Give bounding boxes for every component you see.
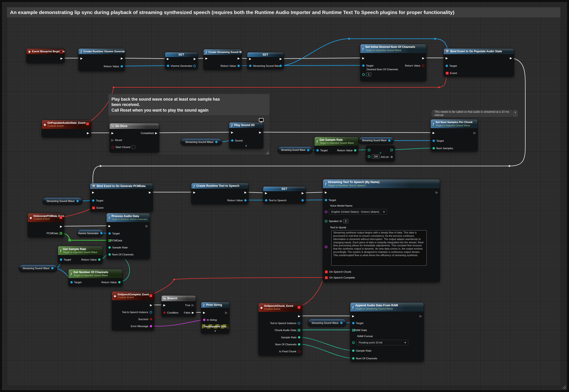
wire-string-error-instring[interactable] (151, 320, 202, 326)
node-append-audio-data-from-raw[interactable]: ƒ Append Audio Data From RAW Target is S… (350, 302, 424, 362)
exec-in-pin[interactable]: ▶ (352, 315, 354, 318)
target-pin[interactable] (92, 199, 94, 202)
reroute-dot-exec[interactable] (100, 165, 102, 167)
target-pin[interactable] (316, 149, 319, 152)
exec-out-pin[interactable]: ▶ (238, 57, 240, 60)
expand-node-chevron[interactable]: ∨ (201, 329, 229, 332)
exec-in-pin[interactable]: ▶ (111, 132, 114, 135)
node-get-sample-rate-1[interactable]: ƒ Get Sample Rate Target is Imported Sou… (314, 137, 358, 154)
exec-out-pin[interactable]: ▶ (244, 191, 247, 194)
wire-exec-setssw-setinitial[interactable] (280, 58, 363, 59)
add-pin-icon[interactable]: ⊕ (391, 155, 393, 158)
false-exec-pin[interactable]: ▶ (192, 311, 194, 314)
tts-instance-pin[interactable] (149, 311, 152, 314)
pcmdata-array-pin[interactable] (108, 239, 109, 240)
desired-num-channels-pin[interactable] (362, 73, 365, 76)
node-set-initial-desired-num-of-channels[interactable]: ƒ Set Initial Desired Num Of Channels Ta… (360, 44, 426, 81)
node-ongeneratepcmdata-event[interactable]: ◈ OnGeneratePCMData_Event Custom Event ▶… (28, 213, 64, 238)
exec-out-pin[interactable]: ▶ (510, 57, 512, 59)
bubble-comment[interactable]: This needs to be called so that audio is… (432, 110, 512, 116)
voice-model-pin[interactable] (325, 210, 327, 213)
wire-int-divide-setnumsamples[interactable] (391, 148, 434, 150)
reroute-array-pin[interactable] (68, 239, 69, 239)
node-branch[interactable]: ⇆ Branch ▶ True▷ Condition False▶ (161, 295, 196, 317)
wire-obj-settts-stts[interactable] (302, 200, 326, 200)
start-closed-checkbox[interactable] (131, 145, 135, 149)
speaker-id-pin[interactable] (325, 220, 327, 223)
variable-node-streaming-sound-wave[interactable]: Streaming Sound Wave (43, 197, 83, 205)
sample-rate-pin[interactable] (352, 350, 354, 352)
reset-exec-pin[interactable]: ▷ (111, 139, 114, 141)
target-pin[interactable] (433, 140, 435, 142)
exec-out-pin[interactable]: ▷ (420, 315, 422, 318)
exec-in-pin[interactable]: ▶ (163, 304, 165, 307)
wire-obj-setssw-setinitial[interactable] (280, 65, 363, 66)
target-pin[interactable] (362, 64, 365, 67)
chunk-audio-array-pin[interactable] (298, 329, 298, 330)
exec-in-pin[interactable]: ▶ (446, 57, 448, 59)
exec-out-pin[interactable]: ▶ (194, 57, 196, 60)
exec-in-pin[interactable]: ▶ (231, 131, 233, 134)
in-string-pin[interactable] (203, 319, 205, 321)
wire-exec-settts-stts[interactable] (302, 192, 326, 193)
exec-in-pin[interactable]: ▶ (249, 57, 251, 60)
divide-in2-pin[interactable] (368, 155, 370, 158)
exec-out-pin[interactable]: ▷ (474, 131, 476, 134)
delegate-out-pin[interactable] (297, 306, 301, 309)
voice-model-dropdown[interactable]: English (United States) - Kokoro (Adam)▾ (329, 209, 387, 215)
completed-exec-pin[interactable]: ▶ (155, 132, 157, 135)
exec-in-pin[interactable]: ▶ (203, 311, 205, 314)
output-pin[interactable] (388, 139, 391, 142)
exec-in-pin[interactable]: ▶ (265, 192, 267, 195)
node-bind-event-on-generate-pcmdata[interactable]: Bind Event to On Generate PCMData ▶ ▶ Ta… (90, 183, 153, 212)
event-delegate-pin[interactable] (446, 72, 449, 75)
delegate-out-pin[interactable] (86, 122, 89, 125)
exec-in-pin[interactable]: ▶ (167, 57, 169, 60)
bubble-pin-icon[interactable]: ◆▪ (513, 110, 518, 117)
success-pin[interactable] (150, 318, 152, 320)
node-create-runtime-text-to-speech[interactable]: ƒ Create Runtime Text to Speech ▶ ▶ Retu… (191, 183, 249, 204)
exec-in-pin[interactable]: ▶ (433, 131, 435, 134)
exec-out-pin[interactable]: ▶ (121, 57, 123, 60)
pcmdata-array-pin[interactable] (59, 232, 60, 233)
delegate-out-pin[interactable] (59, 216, 62, 219)
variable-node-streaming-sound-wave[interactable]: Streaming Sound Wave (181, 138, 222, 145)
num-channels-pin[interactable] (352, 357, 354, 360)
wire-delegate-osc-stts[interactable] (151, 278, 326, 295)
reroute-dot-object[interactable] (434, 38, 436, 40)
divide-out-pin[interactable] (390, 149, 393, 151)
target-pin[interactable] (325, 199, 327, 201)
divide-in-pin[interactable] (368, 149, 370, 151)
return-value-pin[interactable] (118, 281, 121, 283)
wire-exec-playsound-setnumsamples[interactable] (260, 132, 434, 133)
node-do-once[interactable]: ↪ Do Once ▶ Completed▶ ▷Reset Start Clos… (109, 123, 159, 153)
wire-exec-ongen-process[interactable] (61, 226, 109, 226)
raw-data-array-pin[interactable] (352, 329, 353, 330)
value-in-pin[interactable] (249, 65, 251, 67)
num-samples-pin[interactable] (433, 147, 435, 149)
variable-node-streaming-sound-wave[interactable]: Streaming Sound Wave (308, 319, 346, 327)
num-channels-pin[interactable] (298, 343, 300, 346)
target-pin[interactable] (352, 322, 354, 324)
exec-out-pin[interactable]: ▶ (259, 131, 261, 134)
value-in-pin[interactable] (265, 199, 267, 201)
exec-out-pin[interactable]: ▶ (60, 57, 63, 60)
node-print-string[interactable]: ƒ Print String ▶ ▷ In String Development… (201, 302, 230, 334)
node-process-audio-data[interactable]: ƒ Process Audio Data Target is Runtime V… (106, 213, 150, 259)
comment-resize-grip[interactable] (265, 151, 269, 154)
raw-format-pin[interactable] (352, 341, 355, 344)
exec-in-pin[interactable]: ▶ (193, 191, 195, 194)
return-value-pin[interactable] (98, 258, 101, 261)
node-create-runtime-viseme-generator[interactable]: ƒ Create Runtime Viseme Generator ▶ ▶ Re… (78, 48, 125, 71)
exec-in-pin[interactable]: ▶ (362, 57, 364, 59)
reroute-dot-exec[interactable] (509, 165, 510, 167)
playback-comment-title[interactable]: Play back the sound wave once at least o… (108, 94, 269, 116)
output-pin[interactable] (307, 149, 309, 151)
target-pin[interactable] (60, 258, 62, 261)
node-get-sample-rate-2[interactable]: ƒ Get Sample Rate Target is Imported Sou… (58, 246, 102, 264)
desired-num-channels-input[interactable]: 1 (366, 72, 371, 77)
exec-out-pin[interactable]: ▶ (280, 57, 282, 60)
reroute-dot-delegate[interactable] (173, 279, 175, 280)
sample-rate-pin[interactable] (298, 336, 300, 338)
condition-pin[interactable] (163, 311, 166, 314)
